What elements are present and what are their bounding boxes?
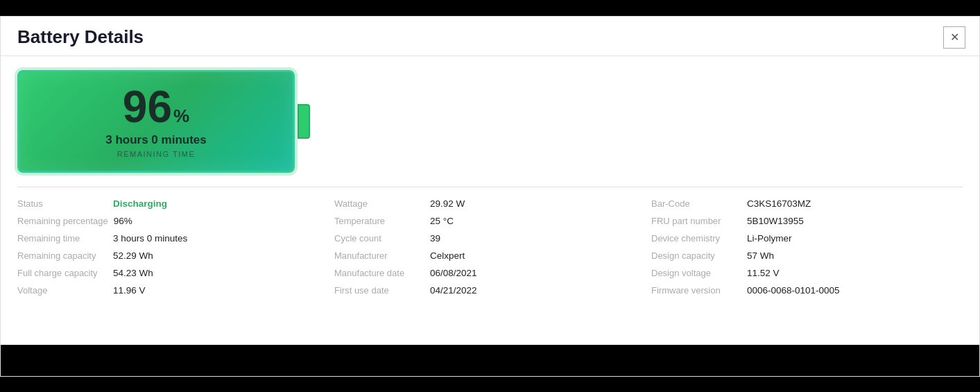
battery-body: 96 % 3 hours 0 minutes REMAINING TIME [17, 70, 295, 173]
battery-percent-number: 96 [123, 85, 172, 129]
label-wattage: Wattage [334, 198, 424, 209]
value-chemistry: Li-Polymer [747, 233, 792, 244]
value-manufacturer: Celxpert [430, 250, 465, 261]
value-manufacture-date: 06/08/2021 [430, 268, 477, 278]
field-temperature: Temperature 25 °C [334, 216, 646, 226]
close-button[interactable]: ✕ [943, 26, 965, 49]
section-divider [17, 187, 963, 187]
label-manufacturer: Manufacturer [334, 250, 424, 261]
label-manufacture-date: Manufacture date [334, 268, 424, 278]
value-remaining-time: 3 hours 0 minutes [113, 233, 187, 244]
field-barcode: Bar-Code C3KS16703MZ [651, 198, 963, 209]
battery-percent-symbol: % [173, 107, 189, 125]
value-first-use: 04/21/2022 [430, 285, 477, 296]
field-full-charge: Full charge capacity 54.23 Wh [17, 268, 329, 278]
field-status: Status Discharging [17, 198, 329, 209]
label-full-charge: Full charge capacity [17, 268, 108, 278]
field-chemistry: Device chemistry Li-Polymer [651, 233, 963, 244]
battery-time-display: 3 hours 0 minutes [105, 133, 206, 147]
field-remaining-capacity: Remaining capacity 52.29 Wh [17, 250, 329, 261]
field-design-voltage: Design voltage 11.52 V [651, 268, 963, 278]
value-status: Discharging [113, 198, 167, 209]
value-firmware: 0006-0068-0101-0005 [747, 285, 840, 296]
field-wattage: Wattage 29.92 W [334, 198, 646, 209]
details-col-3: Bar-Code C3KS16703MZ FRU part number 5B1… [651, 198, 963, 296]
label-remaining-pct: Remaining percentage [17, 216, 108, 226]
label-remaining-time: Remaining time [17, 233, 108, 244]
battery-remaining-label: REMAINING TIME [117, 150, 195, 158]
label-design-voltage: Design voltage [651, 268, 741, 278]
battery-details-window: Battery Details ✕ 96 % 3 hours 0 minutes… [0, 16, 980, 377]
value-remaining-pct: 96% [114, 216, 132, 226]
bottom-bar [1, 345, 979, 376]
label-cycle-count: Cycle count [334, 233, 424, 244]
main-content: 96 % 3 hours 0 minutes REMAINING TIME St… [1, 56, 979, 307]
value-voltage: 11.96 V [113, 285, 146, 296]
value-design-capacity: 57 Wh [747, 250, 774, 261]
field-manufacturer: Manufacturer Celxpert [334, 250, 646, 261]
value-full-charge: 54.23 Wh [113, 268, 153, 278]
field-cycle-count: Cycle count 39 [334, 233, 646, 244]
field-design-capacity: Design capacity 57 Wh [651, 250, 963, 261]
label-firmware: Firmware version [651, 285, 741, 296]
field-voltage: Voltage 11.96 V [17, 285, 329, 296]
label-status: Status [17, 198, 108, 209]
label-design-capacity: Design capacity [651, 250, 741, 261]
battery-visual-section: 96 % 3 hours 0 minutes REMAINING TIME [17, 70, 963, 173]
field-remaining-time: Remaining time 3 hours 0 minutes [17, 233, 329, 244]
label-chemistry: Device chemistry [651, 233, 741, 244]
value-design-voltage: 11.52 V [747, 268, 780, 278]
field-remaining-pct: Remaining percentage 96% [17, 216, 329, 226]
value-barcode: C3KS16703MZ [747, 198, 811, 209]
label-barcode: Bar-Code [651, 198, 741, 209]
field-manufacture-date: Manufacture date 06/08/2021 [334, 268, 646, 278]
window-title: Battery Details [17, 26, 144, 48]
value-wattage: 29.92 W [430, 198, 465, 209]
label-first-use: First use date [334, 285, 424, 296]
value-temperature: 25 °C [430, 216, 454, 226]
field-fru: FRU part number 5B10W13955 [651, 216, 963, 226]
label-remaining-capacity: Remaining capacity [17, 250, 108, 261]
battery-percentage-display: 96 % [123, 85, 189, 129]
field-first-use: First use date 04/21/2022 [334, 285, 646, 296]
details-col-2: Wattage 29.92 W Temperature 25 °C Cycle … [334, 198, 646, 296]
value-fru: 5B10W13955 [747, 216, 804, 226]
battery-terminal [298, 104, 310, 139]
title-bar: Battery Details ✕ [1, 17, 979, 56]
details-section: Status Discharging Remaining percentage … [17, 198, 963, 296]
label-fru: FRU part number [651, 216, 741, 226]
field-firmware: Firmware version 0006-0068-0101-0005 [651, 285, 963, 296]
value-remaining-capacity: 52.29 Wh [113, 250, 153, 261]
value-cycle-count: 39 [430, 233, 440, 244]
label-temperature: Temperature [334, 216, 424, 226]
details-col-1: Status Discharging Remaining percentage … [17, 198, 329, 296]
label-voltage: Voltage [17, 285, 108, 296]
